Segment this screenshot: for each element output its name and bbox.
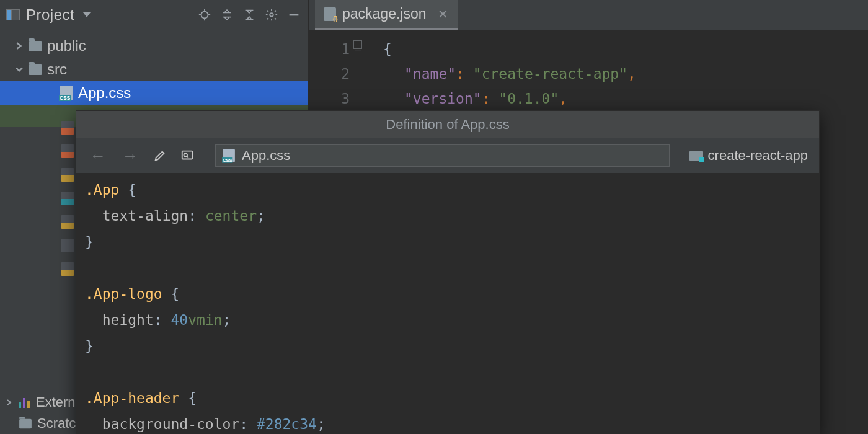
css-file-icon — [60, 86, 73, 100]
hide-panel-icon[interactable] — [286, 7, 302, 23]
css-selector: .App-header — [85, 390, 179, 406]
expand-all-icon[interactable] — [219, 7, 235, 23]
line-number: 2 — [309, 61, 350, 86]
tree-node-appcss[interactable]: App.css — [0, 81, 308, 105]
file-icon — [61, 168, 74, 182]
css-prop: height — [102, 312, 154, 328]
obscured-file-icons — [61, 121, 77, 286]
quick-definition-popup: Definition of App.css ← → App.css create… — [76, 110, 820, 434]
popup-breadcrumb[interactable]: App.css — [215, 144, 670, 167]
tree-node-src[interactable]: src — [0, 58, 308, 81]
tree-label: App.css — [78, 84, 131, 102]
svg-point-0 — [202, 12, 208, 19]
file-icon — [61, 192, 74, 205]
code-token: "create-react-app" — [473, 66, 627, 82]
library-icon — [19, 397, 31, 408]
popup-title: Definition of App.css — [76, 111, 819, 138]
svg-point-1 — [270, 13, 273, 17]
popup-project-tag[interactable]: create-react-app — [689, 148, 808, 164]
edit-source-icon[interactable] — [152, 148, 168, 164]
css-file-icon — [223, 149, 235, 162]
chevron-right-icon — [15, 42, 24, 50]
code-token: "version" — [404, 91, 482, 107]
nav-back-button[interactable]: ← — [87, 146, 108, 166]
tab-label: package.json — [342, 6, 427, 22]
folder-icon — [29, 64, 42, 75]
css-selector: .App — [85, 182, 119, 198]
project-panel-header: Project — [0, 0, 308, 30]
popup-toolbar: ← → App.css create-react-app — [76, 138, 819, 173]
css-selector: .App-logo — [85, 286, 162, 302]
editor-tab-package-json[interactable]: package.json ✕ — [315, 0, 458, 30]
json-file-icon — [324, 7, 336, 21]
chevron-down-icon — [15, 66, 24, 73]
nav-forward-button[interactable]: → — [120, 146, 141, 166]
file-icon — [61, 215, 74, 229]
tool-window-icon — [6, 9, 20, 20]
line-number: 3 — [309, 86, 350, 111]
css-prop: text-align — [102, 208, 188, 224]
project-name: create-react-app — [708, 148, 808, 164]
code-token: { — [383, 41, 392, 57]
tree-node-public[interactable]: public — [0, 34, 308, 58]
close-tab-icon[interactable]: ✕ — [438, 7, 448, 22]
show-source-icon[interactable] — [179, 148, 195, 164]
css-value-unit: vmin — [188, 312, 222, 328]
file-icon — [61, 239, 74, 252]
css-prop: background-color — [102, 416, 240, 432]
line-number: 1 — [309, 37, 350, 61]
tree-label: public — [47, 37, 86, 55]
folder-icon — [29, 41, 42, 51]
css-value: #282c34 — [257, 416, 317, 432]
code-token: "name" — [404, 66, 456, 82]
fold-toggle-icon[interactable] — [353, 40, 362, 49]
project-folder-icon — [689, 151, 703, 161]
file-icon — [61, 144, 74, 158]
css-value-num: 40 — [171, 312, 188, 328]
locate-icon[interactable] — [197, 7, 213, 23]
collapse-all-icon[interactable] — [241, 7, 257, 23]
popup-code-view[interactable]: .App { text-align: center; } .App-logo {… — [76, 173, 819, 433]
chevron-right-icon — [5, 399, 14, 405]
editor-tab-bar: package.json ✕ — [309, 0, 868, 30]
tree-label: src — [47, 61, 67, 78]
scratch-icon — [19, 418, 32, 428]
project-panel-title[interactable]: Project — [26, 6, 74, 24]
css-value: center — [205, 208, 257, 224]
file-icon — [61, 262, 74, 276]
breadcrumb-label: App.css — [242, 148, 290, 164]
file-icon — [61, 121, 74, 135]
settings-gear-icon[interactable] — [264, 7, 280, 23]
code-token: "0.1.0" — [498, 91, 559, 107]
project-view-dropdown-icon[interactable] — [83, 12, 91, 17]
